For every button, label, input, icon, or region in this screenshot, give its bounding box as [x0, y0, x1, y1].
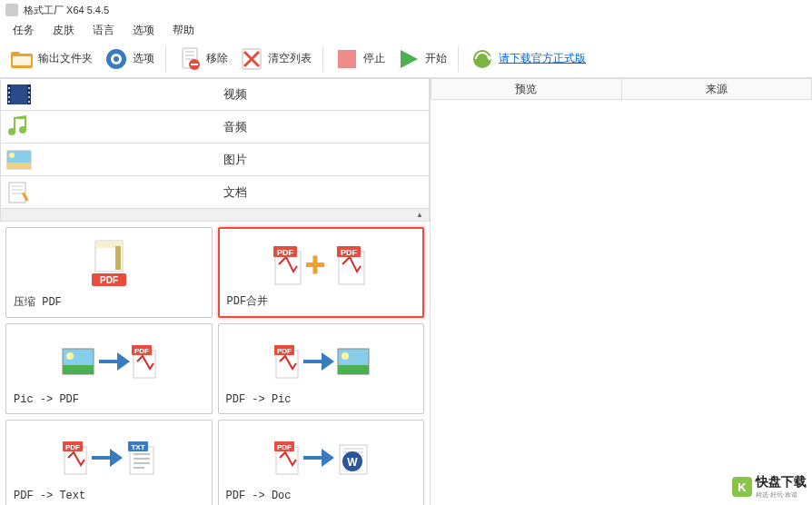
pdf-merge-icon: PDFPDF — [227, 236, 416, 290]
svg-point-27 — [28, 92, 30, 94]
start-button[interactable]: 开始 — [392, 45, 451, 74]
category-image[interactable]: 图片 — [0, 144, 430, 176]
svg-rect-63 — [338, 365, 369, 374]
folder-icon — [9, 46, 35, 72]
document-icon — [5, 178, 34, 207]
menu-bar: 任务 皮肤 语言 选项 帮助 — [0, 20, 812, 40]
category-audio-label: 音频 — [41, 119, 429, 135]
output-folder-label: 输出文件夹 — [38, 51, 93, 66]
svg-text:W: W — [348, 456, 359, 469]
menu-options[interactable]: 选项 — [125, 21, 162, 40]
watermark-subtext: 精选·好玩·靠谱 — [756, 490, 807, 500]
svg-point-29 — [28, 101, 30, 103]
svg-marker-68 — [92, 449, 123, 467]
watermark-text: 快盘下载 — [756, 474, 807, 490]
watermark-text-wrap: 快盘下载 精选·好玩·靠谱 — [756, 474, 807, 500]
svg-text:PDF: PDF — [65, 443, 80, 451]
svg-point-53 — [66, 352, 74, 360]
stop-button[interactable]: 停止 — [331, 45, 389, 74]
right-header: 预览 来源 — [431, 78, 812, 100]
app-icon — [5, 4, 18, 16]
svg-marker-54 — [99, 352, 130, 371]
pdf-to-text-icon: PDFTXT — [14, 428, 204, 486]
category-video[interactable]: 视频 — [0, 78, 430, 111]
options-icon — [104, 46, 129, 72]
remove-button[interactable]: 移除 — [173, 45, 232, 74]
remove-icon — [177, 46, 203, 72]
tool-compress-pdf[interactable]: PDF 压缩 PDF — [5, 227, 213, 318]
svg-point-5 — [114, 56, 119, 62]
svg-point-28 — [28, 96, 30, 98]
options-label: 选项 — [133, 51, 154, 66]
svg-marker-61 — [303, 352, 334, 371]
svg-point-32 — [9, 153, 15, 158]
tool-label: PDF -> Text — [14, 486, 204, 502]
image-icon — [5, 145, 34, 174]
svg-rect-52 — [63, 365, 94, 374]
right-panel: 预览 来源 — [431, 78, 812, 505]
svg-text:PDF: PDF — [277, 443, 292, 451]
tool-pic-to-pdf[interactable]: PDF Pic -> PDF — [5, 323, 213, 414]
svg-point-26 — [28, 87, 30, 89]
video-icon — [5, 80, 34, 109]
tool-pdf-merge[interactable]: PDFPDF PDF合并 — [218, 227, 425, 318]
output-folder-button[interactable]: 输出文件夹 — [5, 45, 96, 74]
options-button[interactable]: 选项 — [100, 45, 158, 74]
svg-rect-2 — [13, 56, 31, 65]
pdf-to-doc-icon: PDFW — [226, 428, 417, 486]
tool-pdf-to-text[interactable]: PDFTXT PDF -> Text — [5, 420, 213, 505]
pic-to-pdf-icon: PDF — [14, 332, 204, 390]
svg-rect-31 — [7, 163, 31, 169]
menu-task[interactable]: 任务 — [5, 21, 42, 40]
category-audio[interactable]: 音频 — [0, 111, 430, 144]
tool-grid: PDF 压缩 PDF PDFPDF PDF合并 PDF Pic -> PDF P… — [0, 222, 430, 505]
scrollbar-stub: ▲ — [0, 209, 430, 222]
tool-pdf-to-pic[interactable]: PDF PDF -> Pic — [218, 323, 425, 414]
category-document-label: 文档 — [41, 184, 429, 201]
tool-label: PDF -> Doc — [226, 486, 417, 502]
svg-rect-47 — [313, 255, 318, 273]
svg-rect-33 — [9, 183, 25, 203]
tool-label: PDF合并 — [227, 290, 416, 309]
svg-text:PDF: PDF — [277, 347, 292, 355]
category-video-label: 视频 — [41, 86, 429, 103]
pdf-to-pic-icon: PDF — [226, 332, 417, 390]
svg-point-23 — [8, 92, 10, 94]
svg-text:PDF: PDF — [100, 275, 118, 285]
scroll-up-icon[interactable]: ▲ — [414, 211, 425, 220]
tool-pdf-to-doc[interactable]: PDFW PDF -> Doc — [218, 420, 425, 505]
svg-text:PDF: PDF — [277, 248, 294, 257]
svg-point-22 — [8, 87, 10, 89]
watermark-icon: K — [732, 477, 752, 497]
clear-icon — [239, 46, 264, 72]
tool-label: PDF -> Pic — [226, 390, 417, 406]
menu-skin[interactable]: 皮肤 — [45, 21, 82, 40]
toolbar-separator — [458, 46, 459, 72]
window-title: 格式工厂 X64 5.4.5 — [24, 4, 109, 17]
start-label: 开始 — [425, 51, 447, 66]
audio-icon — [5, 113, 34, 142]
watermark: K 快盘下载 精选·好玩·靠谱 — [732, 474, 807, 500]
clear-list-button[interactable]: 清空列表 — [235, 45, 315, 74]
stop-icon — [334, 46, 360, 72]
toolbar-separator — [165, 46, 166, 72]
main-content: 视频 音频 图片 文档 ▲ PDF — [0, 78, 812, 505]
left-panel: 视频 音频 图片 文档 ▲ PDF — [0, 78, 431, 505]
download-link-button[interactable]: 请下载官方正式版 — [466, 45, 589, 74]
clear-list-label: 清空列表 — [268, 51, 312, 66]
remove-label: 移除 — [206, 51, 228, 66]
svg-point-25 — [8, 101, 10, 103]
column-preview[interactable]: 预览 — [431, 78, 621, 99]
download-link-label: 请下载官方正式版 — [499, 51, 586, 66]
toolbar-separator — [322, 46, 323, 72]
category-document[interactable]: 文档 — [0, 176, 430, 209]
svg-rect-15 — [338, 50, 356, 68]
column-source[interactable]: 来源 — [621, 78, 813, 99]
menu-language[interactable]: 语言 — [85, 21, 122, 40]
svg-point-24 — [8, 96, 10, 98]
svg-point-64 — [342, 352, 349, 360]
menu-help[interactable]: 帮助 — [165, 21, 202, 40]
category-image-label: 图片 — [41, 152, 429, 168]
tool-label: Pic -> PDF — [14, 390, 204, 406]
title-bar: 格式工厂 X64 5.4.5 — [0, 0, 812, 20]
